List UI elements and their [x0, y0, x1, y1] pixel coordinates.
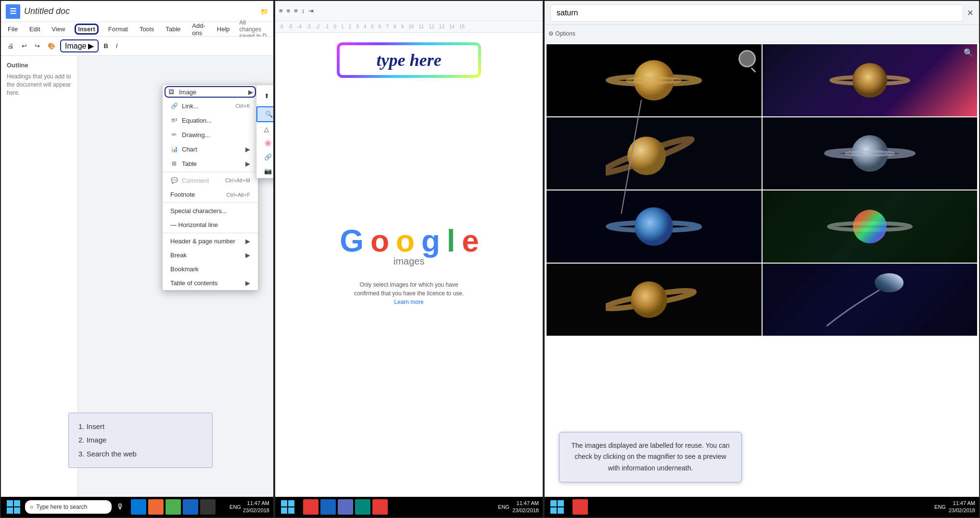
print-btn[interactable]: 🖨: [5, 40, 17, 51]
submenu-upload[interactable]: ⬆ Upload from computer: [256, 85, 273, 106]
saturn-svg-5: [606, 195, 702, 258]
submenu-drive[interactable]: △ Drive: [256, 122, 273, 136]
image-cell-7[interactable]: [547, 264, 762, 336]
svg-point-1: [634, 60, 674, 101]
g-letter-o1: o: [370, 224, 388, 258]
menu-view[interactable]: View: [50, 25, 67, 34]
dropdown-comment[interactable]: 💬 Comment Ctrl+Alt+M: [163, 173, 258, 188]
menu-edit[interactable]: Edit: [27, 25, 42, 34]
teams-icon[interactable]: [338, 499, 353, 515]
upload-icon: ⬆: [264, 92, 269, 100]
line-height-icon[interactable]: ↕: [302, 7, 305, 14]
folder-icon[interactable]: 📁: [260, 8, 268, 15]
saturn-svg-8: [822, 268, 918, 331]
header-arrow: ▶: [245, 238, 250, 245]
image-menu-btn[interactable]: Image ▶: [60, 39, 99, 52]
dropdown-header[interactable]: Header & page number ▶: [163, 234, 258, 248]
submenu-searchweb[interactable]: 🔍 Search the web: [256, 106, 273, 122]
windows-start[interactable]: [5, 498, 22, 516]
photos-icon: 🌸: [264, 139, 272, 147]
red-app-icon[interactable]: [372, 499, 388, 515]
other-icon[interactable]: [200, 499, 216, 515]
middle-windows-start[interactable]: [279, 498, 296, 516]
menu-bar: File Edit View Insert Format Tools Table…: [1, 22, 273, 37]
dropdown-equation[interactable]: π² Equation...: [163, 113, 258, 127]
taskbar-systray: ENG 11:47 AM 23/02/2018: [229, 500, 269, 515]
image-cell-3[interactable]: [547, 117, 762, 190]
toc-arrow: ▶: [245, 279, 250, 287]
taskbar-search-box[interactable]: ○ Type here to search: [25, 500, 112, 514]
files-icon[interactable]: [165, 499, 181, 515]
green-app-icon[interactable]: [355, 499, 370, 515]
dropdown-footnote[interactable]: Footnote Ctrl+Alt+F: [163, 188, 258, 202]
image-cell-8[interactable]: [763, 264, 978, 336]
mic-icon[interactable]: 🎙: [116, 503, 124, 511]
dropdown-link[interactable]: 🔗 Link... Ctrl+K: [163, 99, 258, 113]
italic-btn[interactable]: I: [113, 40, 121, 51]
store-icon[interactable]: [183, 499, 198, 515]
menu-format[interactable]: Format: [106, 25, 130, 34]
table-arrow: ▶: [245, 160, 250, 167]
redo-btn[interactable]: ↪: [32, 40, 43, 51]
dropdown-drawing[interactable]: ✏ Drawing...: [163, 127, 258, 142]
submenu-url[interactable]: 🔗 By URL: [256, 150, 273, 164]
dropdown-special[interactable]: Special characters...: [163, 204, 258, 218]
menu-addons[interactable]: Add-ons: [190, 21, 207, 38]
word-icon[interactable]: [320, 499, 336, 515]
toolbar-options: ⚙ Options: [548, 30, 575, 37]
ie-icon[interactable]: [148, 499, 164, 515]
search-toolbar-bar: ⚙ Options: [545, 25, 979, 42]
search-input[interactable]: [550, 4, 963, 22]
bold-btn[interactable]: B: [101, 40, 111, 51]
taskbar-search-icon: ○: [30, 504, 33, 510]
taskbar-datetime: 11:47 AM 23/02/2018: [243, 500, 269, 515]
annotation-callout: The images displayed are labelled for re…: [559, 432, 742, 482]
undo-btn[interactable]: ↩: [19, 40, 30, 51]
magnifier-icon-1[interactable]: [738, 50, 756, 67]
right-taskbar-apps: [573, 499, 588, 515]
dropdown-break[interactable]: Break ▶: [163, 248, 258, 262]
separator-2: [163, 202, 258, 203]
image-cell-4[interactable]: [763, 117, 978, 190]
align-center-icon[interactable]: ≡: [287, 7, 291, 14]
align-right-icon[interactable]: ≡: [294, 7, 298, 14]
middle-taskbar-apps: [303, 499, 388, 515]
menu-table[interactable]: Table: [164, 25, 182, 34]
indent-icon[interactable]: ⇥: [308, 7, 314, 14]
image-cell-2[interactable]: 🔍: [763, 44, 978, 116]
taskbar-apps: [131, 499, 216, 515]
dropdown-image[interactable]: 🖼 Image ▶: [165, 86, 256, 98]
image-cell-1[interactable]: [547, 44, 762, 116]
dropdown-toc[interactable]: Table of contents ▶: [163, 276, 258, 290]
edge-icon[interactable]: [131, 499, 146, 515]
svg-point-8: [852, 135, 888, 172]
powerpoint-icon[interactable]: [303, 499, 318, 515]
svg-point-15: [631, 281, 667, 318]
left-taskbar: ○ Type here to search 🎙 ENG 11:47 AM 23/…: [1, 497, 273, 517]
submenu-photos[interactable]: 🌸 Photos: [256, 136, 273, 150]
paint-btn[interactable]: 🎨: [45, 40, 58, 51]
menu-file[interactable]: File: [6, 25, 20, 34]
docs-menu-icon[interactable]: ☰: [6, 4, 20, 19]
submenu-camera[interactable]: 📷 Camera: [256, 164, 273, 178]
menu-insert[interactable]: Insert: [75, 24, 98, 35]
right-app-1[interactable]: [573, 499, 588, 515]
right-windows-start[interactable]: [548, 498, 566, 516]
learn-more-link[interactable]: Learn more: [394, 299, 423, 305]
middle-systray: ENG 11:47 AM 23/02/2018: [498, 500, 539, 515]
dropdown-table[interactable]: ⊞ Table ▶: [163, 156, 258, 171]
image-icon: 🖼: [167, 88, 175, 96]
menu-help[interactable]: Help: [215, 25, 232, 34]
dropdown-hline[interactable]: — Horizontal line: [163, 218, 258, 232]
image-cell-6[interactable]: [763, 190, 978, 263]
dropdown-bookmark[interactable]: Bookmark: [163, 262, 258, 276]
menu-tools[interactable]: Tools: [138, 25, 156, 34]
search-icon-2[interactable]: 🔍: [964, 48, 973, 57]
dropdown-chart[interactable]: 📊 Chart ▶: [163, 142, 258, 156]
align-left-icon[interactable]: ≡: [279, 7, 283, 14]
image-cell-5[interactable]: [547, 190, 762, 263]
search-close-btn[interactable]: ×: [967, 7, 973, 19]
taskbar-search-text[interactable]: Type here to search: [36, 504, 87, 510]
annotation-item-2: 2. Image: [78, 433, 203, 447]
search-header: ×: [545, 1, 979, 25]
